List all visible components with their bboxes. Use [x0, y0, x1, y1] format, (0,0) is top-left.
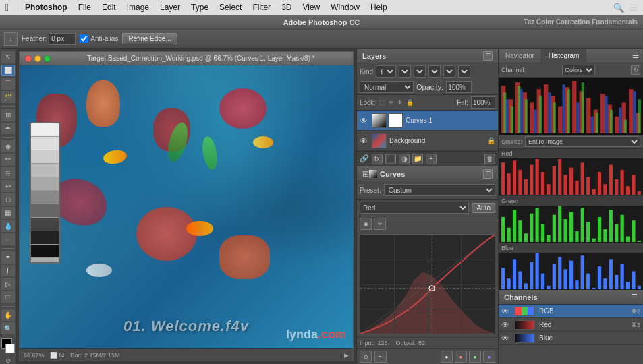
spot-heal-tool[interactable]: ⊕	[1, 140, 15, 152]
curve-target-tool[interactable]: ⊕	[360, 351, 372, 363]
auto-button[interactable]: Auto	[472, 203, 495, 213]
brush-tool[interactable]: ✏	[1, 154, 15, 166]
dodge-tool[interactable]: ○	[1, 233, 15, 245]
preset-select[interactable]: Custom	[384, 184, 495, 196]
delete-layer-button[interactable]: 🗑	[484, 154, 495, 164]
text-tool[interactable]: T	[1, 265, 15, 277]
stamp-tool[interactable]: ⎘	[1, 167, 15, 179]
curve-smooth-tool[interactable]: 〜	[374, 351, 387, 363]
layer-eye-curves[interactable]: 👁	[360, 116, 369, 125]
gradient-tool[interactable]: ▦	[1, 207, 15, 219]
document-canvas[interactable]: 01. Welcome.f4v lynda.com	[20, 65, 353, 348]
layer-filter-fx[interactable]: fx	[414, 65, 426, 78]
svg-rect-74	[518, 220, 522, 242]
menu-file[interactable]: File	[74, 1, 96, 13]
curve-edit-point-tool[interactable]: ◉	[360, 218, 372, 230]
tab-navigator[interactable]: Navigator	[499, 49, 542, 63]
lasso-tool[interactable]: ⌒	[1, 78, 15, 90]
add-group-button[interactable]: 📁	[412, 154, 423, 164]
anti-alias-checkbox[interactable]	[80, 34, 88, 43]
channel-row-rgb[interactable]: 👁 RGB ⌘2	[499, 305, 643, 318]
curve-draw-tool[interactable]: ✏	[374, 218, 386, 230]
menu-image[interactable]: Image	[122, 1, 154, 13]
add-mask-button[interactable]: ⬛	[385, 154, 396, 164]
refine-edge-button[interactable]: Refine Edge...	[122, 33, 177, 44]
add-layer-button[interactable]: +	[426, 154, 437, 164]
menu-type[interactable]: Type	[186, 1, 213, 13]
layers-panel-menu[interactable]: ☰	[483, 51, 493, 61]
menu-select[interactable]: Select	[215, 1, 246, 13]
selection-tool[interactable]: ⬜	[1, 65, 15, 77]
path-select-tool[interactable]: ▷	[1, 278, 15, 290]
lock-image-icon[interactable]: ✏	[388, 98, 395, 107]
histogram-channel-select[interactable]: Colors	[562, 65, 595, 75]
maximize-button[interactable]	[44, 55, 51, 62]
tool-preset-picker[interactable]: ↕	[4, 32, 18, 46]
menu-filter[interactable]: Filter	[248, 1, 275, 13]
svg-rect-119	[632, 272, 635, 290]
panel-menu-btn[interactable]: ☰	[628, 51, 643, 60]
quick-mask-icon[interactable]: ⊘	[5, 357, 11, 364]
layer-mode-select[interactable]: Normal	[360, 81, 414, 93]
curves-graph[interactable]	[360, 234, 495, 334]
menu-help[interactable]: Help	[366, 1, 392, 13]
nav-arrow[interactable]: ▶	[344, 352, 349, 359]
apple-menu[interactable]: 	[5, 2, 16, 13]
fill-input[interactable]	[471, 96, 495, 109]
opacity-input[interactable]	[446, 81, 472, 93]
layer-row-curves[interactable]: 👁 Curves 1	[357, 111, 498, 131]
rgb-eye[interactable]: 👁	[501, 307, 511, 316]
channel-row-blue[interactable]: 👁 Blue	[499, 332, 643, 345]
blur-tool[interactable]: 💧	[1, 220, 15, 233]
search-icon[interactable]: 🔍	[613, 3, 624, 13]
lock-all-icon[interactable]: 🔒	[406, 98, 414, 107]
background-color[interactable]	[5, 344, 15, 353]
layer-filter-vector[interactable]: ◎	[443, 65, 455, 78]
layer-filter-type[interactable]: ⊗	[399, 65, 411, 78]
add-fx-button[interactable]: fx	[372, 154, 383, 164]
move-tool[interactable]: ↖	[1, 51, 15, 63]
g-channel-btn[interactable]: ●	[469, 351, 481, 363]
menu-window[interactable]: Window	[326, 1, 364, 13]
lock-position-icon[interactable]: ✛	[397, 98, 403, 107]
layer-filter-attr[interactable]: i	[458, 65, 470, 78]
minimize-button[interactable]	[34, 55, 41, 62]
layer-row-background[interactable]: 👁 Background 🔒	[357, 131, 498, 151]
pen-tool[interactable]: ✒	[1, 251, 15, 264]
source-select[interactable]: Entire Image	[525, 136, 640, 147]
r-channel-btn[interactable]: ●	[455, 351, 467, 363]
red-eye[interactable]: 👁	[501, 320, 511, 330]
layers-title: Layers	[362, 52, 386, 60]
layer-eye-background[interactable]: 👁	[360, 136, 369, 146]
channels-menu-btn[interactable]: ☰	[631, 293, 638, 301]
properties-menu[interactable]: ☰	[483, 169, 493, 179]
lock-transparent-icon[interactable]: ⬚	[379, 98, 386, 107]
channel-row-red[interactable]: 👁 Red ⌘3	[499, 318, 643, 332]
histogram-refresh-btn[interactable]: ↻	[631, 65, 640, 75]
quick-select-tool[interactable]: 🪄	[1, 91, 15, 103]
shape-tool[interactable]: □	[1, 291, 15, 303]
hand-tool[interactable]: ✋	[1, 309, 15, 322]
close-button[interactable]	[25, 55, 32, 62]
blue-eye[interactable]: 👁	[501, 334, 511, 343]
history-brush-tool[interactable]: ↩	[1, 180, 15, 192]
list-icon[interactable]: ☰	[630, 3, 638, 13]
layer-kind-select[interactable]: ⊞	[376, 65, 396, 78]
layer-filter-mask[interactable]: ⬛	[428, 65, 441, 78]
channel-select[interactable]: Red	[360, 202, 469, 214]
eraser-tool[interactable]: ◻	[1, 193, 15, 206]
menu-edit[interactable]: Edit	[97, 1, 121, 13]
eyedropper-tool[interactable]: ✒	[1, 123, 15, 135]
link-icon[interactable]: 🔗	[360, 154, 369, 163]
zoom-tool[interactable]: 🔍	[1, 322, 15, 334]
crop-tool[interactable]: ⊞	[1, 109, 15, 121]
tab-histogram[interactable]: Histogram	[542, 49, 587, 63]
menu-layer[interactable]: Layer	[155, 1, 185, 13]
rgb-channel-btn[interactable]: ●	[441, 351, 453, 363]
feather-input[interactable]	[49, 33, 76, 45]
menu-photoshop[interactable]: Photoshop	[20, 1, 72, 13]
b-channel-btn[interactable]: ●	[483, 351, 495, 363]
add-adjustment-button[interactable]: ◑	[399, 154, 410, 164]
menu-view[interactable]: View	[298, 1, 325, 13]
menu-3d[interactable]: 3D	[277, 1, 296, 13]
